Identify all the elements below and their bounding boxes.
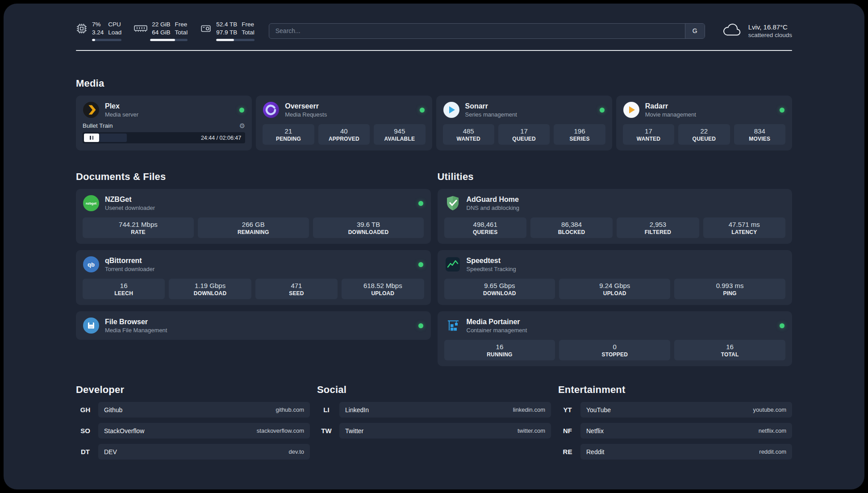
ram-total-value: 64 GiB (152, 29, 170, 37)
link-url: dev.to (289, 448, 304, 455)
media-section: Media Plex Media server Bullet Train ⚙ (76, 78, 792, 150)
link-stackoverflow[interactable]: SO StackOverflowstackoverflow.com (76, 423, 310, 439)
link-dev[interactable]: DT DEVdev.to (76, 444, 310, 460)
app-subtitle: Speedtest Tracking (467, 266, 786, 272)
nzbget-card[interactable]: nzbget NZBGet Usenet downloader 744.21 M… (76, 189, 431, 244)
app-subtitle: Torrent downloader (105, 266, 413, 272)
disk-usage-fill (216, 39, 234, 41)
link-name: YouTube (586, 406, 611, 414)
stat-value: 39.6 TB (315, 221, 422, 228)
search-input[interactable] (269, 24, 685, 38)
link-group-developer: Developer GH Githubgithub.com SO StackOv… (76, 384, 310, 465)
disk-total-label: Total (242, 29, 255, 37)
link-name: Reddit (586, 448, 604, 455)
stat-label: QUEUED (500, 136, 548, 142)
search-bar: G (269, 23, 705, 39)
app-subtitle: Media server (105, 111, 234, 118)
stat-label: QUERIES (446, 229, 525, 235)
stat-label: MOVIES (736, 136, 784, 142)
app-subtitle: DNS and adblocking (467, 205, 786, 211)
adguard-card[interactable]: AdGuard Home DNS and adblocking 498,461Q… (438, 189, 793, 244)
link-url: twitter.com (517, 427, 545, 434)
sonarr-card[interactable]: Sonarr Series management 485WANTED 17QUE… (436, 96, 612, 150)
ram-usage-bar (150, 39, 188, 41)
now-playing-title: Bullet Train (83, 122, 239, 129)
link-youtube[interactable]: YT YouTubeyoutube.com (558, 402, 792, 418)
stat-tile: 39.6 TBDOWNLOADED (313, 217, 424, 238)
qbittorrent-card[interactable]: qb qBittorrent Torrent downloader 16LEEC… (76, 250, 431, 305)
ram-total-label: Total (175, 29, 188, 37)
app-name: Overseerr (285, 102, 414, 110)
cpu-chip-icon (76, 23, 88, 34)
weather-location: Lviv, 16.87°C (748, 23, 792, 31)
stat-value: 618.52 Mbps (343, 282, 422, 289)
link-reddit[interactable]: RE Redditreddit.com (558, 444, 792, 460)
topbar-divider (76, 50, 792, 51)
weather-widget: Lviv, 16.87°C scattered clouds (721, 22, 792, 39)
svg-text:qb: qb (88, 261, 95, 268)
stat-tile: 16RUNNING (444, 340, 555, 360)
topbar: 7% 3.24 CPU Load 22 GiB 64 GiB (76, 21, 792, 41)
stat-label: PENDING (264, 136, 312, 142)
link-abbr: LI (317, 406, 336, 414)
section-title-developer: Developer (76, 384, 310, 396)
stat-value: 498,461 (446, 221, 525, 228)
link-github[interactable]: GH Githubgithub.com (76, 402, 310, 418)
app-name: File Browser (105, 318, 413, 326)
stat-label: RUNNING (446, 351, 554, 358)
disk-usage-bar (216, 39, 255, 41)
overseerr-card[interactable]: Overseerr Media Requests 21PENDING 40APP… (256, 96, 432, 150)
stat-label: TOTAL (676, 351, 784, 358)
status-dot (780, 323, 785, 328)
stat-label: WANTED (445, 136, 492, 142)
ram-usage-fill (150, 39, 175, 41)
app-name: Plex (105, 102, 234, 110)
radarr-card[interactable]: Radarr Movie management 17WANTED 22QUEUE… (616, 96, 792, 150)
stat-tile: 16LEECH (83, 279, 165, 299)
qbittorrent-icon: qb (83, 256, 100, 273)
app-name: qBittorrent (105, 257, 413, 265)
stat-label: APPROVED (320, 136, 368, 142)
pause-button[interactable] (84, 134, 99, 142)
link-url: linkedin.com (513, 406, 545, 413)
app-subtitle: Container management (467, 327, 775, 334)
filebrowser-card[interactable]: File Browser Media File Management (76, 311, 431, 340)
plex-card[interactable]: Plex Media server Bullet Train ⚙ (76, 96, 252, 150)
cpu-label: CPU (108, 21, 121, 29)
stat-tile: 485WANTED (443, 124, 494, 145)
stat-tile: 1.19 GbpsDOWNLOAD (169, 279, 251, 299)
filebrowser-icon (83, 317, 100, 334)
stat-tile: 744.21 MbpsRATE (83, 217, 194, 238)
stat-tile: 17QUEUED (498, 124, 550, 145)
app-name: AdGuard Home (467, 196, 786, 204)
stat-label: AVAILABLE (376, 136, 423, 142)
stat-tile: 21PENDING (263, 124, 314, 145)
stat-value: 16 (84, 282, 163, 289)
app-subtitle: Series management (465, 111, 594, 118)
cpu-load-value: 3.24 (92, 29, 104, 37)
svg-text:nzbget: nzbget (86, 201, 97, 205)
documents-section: Documents & Files nzbget NZBGet Usenet d… (76, 171, 431, 340)
link-url: github.com (275, 406, 304, 413)
stat-label: STOPPED (561, 351, 668, 358)
search-engine-button[interactable]: G (685, 24, 705, 38)
cpu-usage-fill (92, 39, 95, 41)
app-subtitle: Usenet downloader (105, 205, 413, 211)
link-linkedin[interactable]: LI LinkedInlinkedin.com (317, 402, 551, 418)
stat-tile: 266 GBREMAINING (198, 217, 309, 238)
stat-value: 0 (561, 343, 668, 351)
link-abbr: YT (558, 406, 577, 414)
link-twitter[interactable]: TW Twittertwitter.com (317, 423, 551, 439)
cpu-load-label: Load (108, 29, 121, 37)
playback-time: 24:44 / 02:06:47 (201, 135, 241, 141)
app-name: NZBGet (105, 196, 413, 204)
link-url: stackoverflow.com (257, 427, 304, 434)
link-url: youtube.com (753, 406, 786, 413)
link-group-social: Social LI LinkedInlinkedin.com TW Twitte… (317, 384, 551, 465)
speedtest-card[interactable]: Speedtest Speedtest Tracking 9.65 GbpsDO… (438, 250, 793, 305)
stat-label: PING (676, 290, 784, 297)
stat-tile: 17WANTED (623, 124, 674, 145)
link-netflix[interactable]: NF Netflixnetflix.com (558, 423, 792, 439)
portainer-card[interactable]: Media Portainer Container management 16R… (438, 311, 793, 366)
gear-icon[interactable]: ⚙ (239, 122, 245, 129)
